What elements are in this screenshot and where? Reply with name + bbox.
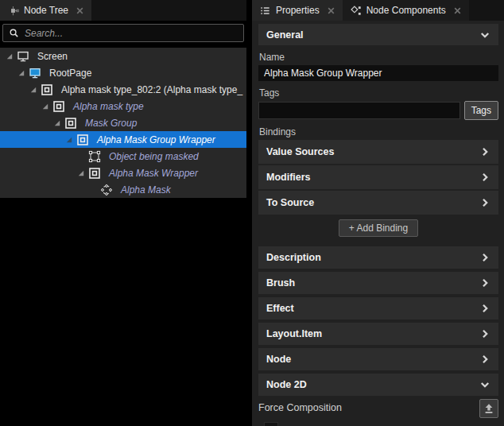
- section-header-general[interactable]: General: [258, 24, 498, 45]
- section-header-value-sources[interactable]: Value Sources: [258, 140, 498, 164]
- node2d-icon: [41, 83, 53, 96]
- section-label: Node 2D: [266, 379, 307, 390]
- node2d-icon: [64, 117, 77, 130]
- tree-node-label: Alpha Mask Wrapper: [109, 168, 198, 179]
- section-header-brush[interactable]: Brush: [258, 272, 498, 294]
- name-field[interactable]: [258, 65, 498, 81]
- chevron-right-icon: [479, 197, 490, 208]
- chevron-down-icon: [479, 29, 490, 41]
- tree-node-label: Alpha mask type_802:2 (Alpha mask type_: [61, 84, 242, 95]
- tree-node-label: Alpha Mask: [121, 184, 171, 196]
- expander-icon: [88, 185, 97, 194]
- expander-icon[interactable]: [29, 85, 37, 94]
- force-composition-row: Force Composition: [258, 399, 498, 418]
- search-input[interactable]: [25, 28, 238, 39]
- section-header-node-2d[interactable]: Node 2D: [258, 374, 498, 396]
- properties-panel: PropertiesNode Components General Name T…: [252, 0, 504, 426]
- node-tree: ScreenRootPageAlpha mask type_802:2 (Alp…: [0, 48, 246, 198]
- tree-node-label: Alpha Mask Group Wrapper: [97, 134, 215, 145]
- push-to-composition-icon-button[interactable]: [479, 399, 498, 418]
- empty-node-icon: [88, 150, 101, 163]
- tree-node-label: Mask Group: [85, 118, 137, 129]
- search-box[interactable]: [2, 24, 244, 42]
- expander-icon[interactable]: [64, 135, 73, 144]
- expander-icon[interactable]: [5, 52, 14, 60]
- tab-label: Node Tree: [24, 5, 68, 16]
- chevron-right-icon: [479, 303, 490, 314]
- tab-properties[interactable]: Properties: [252, 0, 343, 21]
- force-composition-label: Force Composition: [258, 399, 342, 413]
- screen-icon: [17, 50, 29, 63]
- section-label: Layout.Item: [266, 328, 322, 339]
- page-icon: [29, 67, 41, 79]
- chevron-right-icon: [479, 277, 490, 289]
- node-tree-icon: [7, 5, 19, 17]
- property-sections: DescriptionBrushEffectLayout.ItemNodeNod…: [258, 246, 498, 396]
- tree-row[interactable]: Alpha mask type_802:2 (Alpha mask type_: [0, 81, 246, 98]
- tags-button[interactable]: Tags: [464, 101, 498, 120]
- tree-row[interactable]: Alpha Mask Group Wrapper: [0, 131, 246, 148]
- tree-node-label: RootPage: [49, 68, 91, 79]
- name-field-label: Name: [259, 52, 498, 63]
- section-header-modifiers[interactable]: Modifiers: [258, 165, 498, 189]
- tree-row[interactable]: Screen: [0, 48, 246, 64]
- close-icon[interactable]: [453, 6, 462, 15]
- tree-row[interactable]: Alpha Mask: [0, 181, 246, 198]
- tab-label: Properties: [276, 5, 320, 16]
- bindings-label: Bindings: [259, 126, 498, 137]
- tags-field-label: Tags: [259, 87, 498, 99]
- node2d-icon: [52, 100, 65, 113]
- section-label: Description: [266, 252, 321, 263]
- chevron-right-icon: [479, 354, 490, 365]
- section-header-layout-item[interactable]: Layout.Item: [258, 323, 498, 345]
- bindings-sections: Value SourcesModifiersTo Source: [258, 140, 498, 215]
- node-tree-panel: Node Tree ScreenRootPageAlpha mask type_…: [0, 0, 246, 426]
- chevron-right-icon: [479, 172, 490, 183]
- section-label: Modifiers: [266, 172, 311, 183]
- tree-node-label: Screen: [37, 51, 68, 62]
- section-label: To Source: [266, 197, 314, 208]
- tags-field[interactable]: [258, 102, 460, 119]
- expander-icon[interactable]: [52, 118, 61, 127]
- section-label: Node: [266, 354, 291, 365]
- tree-node-label: Object being masked: [109, 151, 199, 162]
- close-icon[interactable]: [76, 6, 84, 15]
- tree-row[interactable]: Alpha mask type: [0, 98, 246, 114]
- properties-content: General Name Tags Tags Bindings Value So…: [252, 21, 504, 426]
- tab-label: Node Components: [366, 5, 446, 16]
- tree-row[interactable]: Alpha Mask Wrapper: [0, 165, 246, 181]
- add-binding-label: Add Binding: [356, 223, 408, 234]
- tree-row[interactable]: Object being masked: [0, 148, 246, 165]
- add-binding-button[interactable]: + Add Binding: [339, 219, 418, 237]
- chevron-right-icon: [479, 146, 490, 157]
- section-header-node[interactable]: Node: [258, 348, 498, 370]
- section-label: General: [266, 29, 304, 41]
- left-tab-bar: Node Tree: [0, 0, 246, 21]
- force-composition-checkbox[interactable]: [264, 422, 278, 426]
- tree-row[interactable]: Mask Group: [0, 114, 246, 131]
- section-label: Brush: [266, 277, 295, 289]
- section-header-description[interactable]: Description: [258, 246, 498, 269]
- expander-icon[interactable]: [76, 168, 85, 177]
- right-tab-bar: PropertiesNode Components: [252, 0, 504, 21]
- expander-icon[interactable]: [17, 68, 25, 77]
- node2d-icon: [76, 134, 89, 146]
- search-area: [0, 21, 246, 45]
- chevron-down-icon: [479, 379, 490, 390]
- section-header-to-source[interactable]: To Source: [258, 191, 498, 215]
- search-icon: [9, 28, 19, 38]
- tags-row: Tags: [258, 101, 498, 120]
- section-label: Effect: [266, 303, 294, 314]
- section-label: Value Sources: [266, 146, 334, 157]
- chevron-right-icon: [479, 328, 490, 339]
- tab-node-components[interactable]: Node Components: [343, 0, 469, 21]
- tree-row[interactable]: RootPage: [0, 64, 246, 81]
- node2d-icon: [88, 167, 101, 180]
- properties-icon: [259, 5, 271, 17]
- expander-icon: [76, 152, 85, 161]
- tab-node-tree[interactable]: Node Tree: [0, 0, 91, 21]
- section-header-effect[interactable]: Effect: [258, 297, 498, 320]
- expander-icon[interactable]: [41, 102, 49, 110]
- plus-icon: +: [349, 223, 355, 234]
- close-icon[interactable]: [327, 6, 335, 15]
